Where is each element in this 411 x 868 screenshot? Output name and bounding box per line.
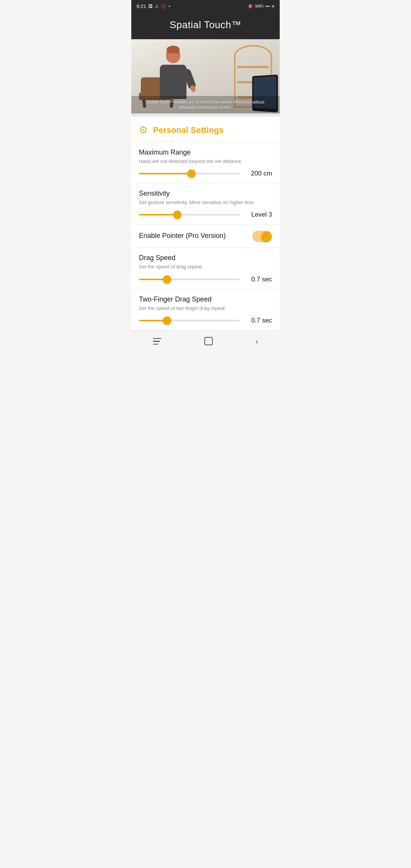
sensitivity-desc: Set gesture sensitivity. More sensitive …	[139, 199, 272, 206]
hero-caption: Spatial Touch™ enables you to control yo…	[131, 96, 280, 113]
drag-speed-track	[139, 279, 240, 280]
nav-menu-button[interactable]	[142, 335, 173, 348]
hero-image: Spatial Touch™ enables you to control yo…	[131, 39, 280, 113]
warning-icon: ⚠	[155, 4, 159, 9]
sensitivity-value: Level 3	[245, 211, 272, 219]
drag-speed-thumb[interactable]	[163, 275, 171, 284]
maximum-range-value: 200 cm	[245, 170, 272, 177]
nav-back-button[interactable]: ‹	[244, 334, 270, 349]
person-arm	[182, 68, 197, 90]
gear-icon: ⚙	[139, 124, 148, 136]
settings-header: ⚙ Personal Settings	[131, 116, 280, 142]
settings-title: Personal Settings	[153, 125, 224, 135]
status-right: 🔇 WiFi ▪▪▪	[248, 4, 274, 9]
mute-icon: 🔇	[248, 4, 253, 9]
drag-speed-slider[interactable]	[139, 275, 240, 284]
app-title: Spatial Touch™	[131, 19, 280, 31]
photo-icon: 🖼	[148, 4, 153, 8]
drag-speed-value: 0.7 sec	[245, 276, 272, 283]
menu-line-2	[153, 341, 160, 342]
drag-speed-item: Drag Speed Set the speed of drag repeat.…	[131, 247, 280, 289]
maximum-range-slider-row: 200 cm	[139, 169, 272, 178]
two-finger-drag-slider[interactable]	[139, 316, 240, 325]
two-finger-drag-value: 0.7 sec	[245, 317, 272, 324]
back-icon: ‹	[256, 337, 258, 346]
enable-pointer-label: Enable Pointer (Pro Version)	[139, 232, 226, 240]
battery-dot	[272, 5, 274, 8]
two-finger-drag-thumb[interactable]	[163, 316, 171, 325]
hero-caption-text: Spatial Touch™ enables you to control yo…	[139, 100, 272, 110]
enable-pointer-item: Enable Pointer (Pro Version)	[131, 224, 280, 247]
maximum-range-fill	[139, 173, 191, 174]
drag-speed-slider-row: 0.7 sec	[139, 275, 272, 284]
dot-icon: •	[169, 4, 170, 8]
sensitivity-fill	[139, 214, 177, 215]
maximum-range-slider[interactable]	[139, 169, 240, 178]
two-finger-drag-desc: Set the speed of two-finger drag repeat.	[139, 305, 272, 312]
status-left: 6:21 🖼 ⚠ 🚫 •	[137, 3, 170, 9]
person-head	[166, 49, 180, 63]
sensitivity-slider[interactable]	[139, 211, 240, 219]
enable-pointer-row: Enable Pointer (Pro Version)	[139, 231, 272, 242]
sensitivity-label: Sensitivity	[139, 190, 272, 198]
menu-line-3	[153, 344, 158, 345]
maximum-range-item: Maximum Range Hand will not detected bey…	[131, 142, 280, 183]
toggle-knob	[261, 231, 271, 241]
nav-bar: ‹	[131, 330, 280, 352]
sensitivity-item: Sensitivity Set gesture sensitivity. Mor…	[131, 183, 280, 224]
section-divider	[131, 113, 280, 116]
two-finger-drag-slider-row: 0.7 sec	[139, 316, 272, 325]
maximum-range-desc: Hand will not detected beyond the set di…	[139, 158, 272, 165]
menu-line-1	[153, 338, 161, 339]
person-body	[160, 65, 186, 99]
two-finger-drag-track	[139, 320, 240, 321]
person-figure	[150, 49, 196, 102]
app-header: Spatial Touch™	[131, 12, 280, 39]
maximum-range-thumb[interactable]	[187, 169, 196, 178]
status-time: 6:21	[137, 3, 146, 9]
sensitivity-slider-row: Level 3	[139, 211, 272, 219]
camera-off-icon: 🚫	[161, 4, 166, 9]
signal-icon: ▪▪▪	[265, 4, 270, 8]
sensitivity-track	[139, 214, 240, 215]
two-finger-drag-item: Two-Finger Drag Speed Set the speed of t…	[131, 289, 280, 330]
drag-speed-desc: Set the speed of drag repeat.	[139, 263, 272, 270]
settings-section: ⚙ Personal Settings Maximum Range Hand w…	[131, 116, 280, 330]
maximum-range-track	[139, 173, 240, 174]
maximum-range-label: Maximum Range	[139, 148, 272, 156]
enable-pointer-toggle[interactable]	[252, 231, 272, 242]
wifi-icon: WiFi	[255, 4, 263, 8]
status-bar: 6:21 🖼 ⚠ 🚫 • 🔇 WiFi ▪▪▪	[131, 0, 280, 12]
two-finger-drag-label: Two-Finger Drag Speed	[139, 295, 272, 303]
drag-speed-label: Drag Speed	[139, 254, 272, 262]
sensitivity-thumb[interactable]	[173, 211, 182, 219]
menu-lines-icon	[153, 338, 161, 345]
nav-home-button[interactable]	[193, 334, 224, 348]
shelf-row-3	[237, 66, 269, 68]
home-icon	[204, 337, 213, 345]
